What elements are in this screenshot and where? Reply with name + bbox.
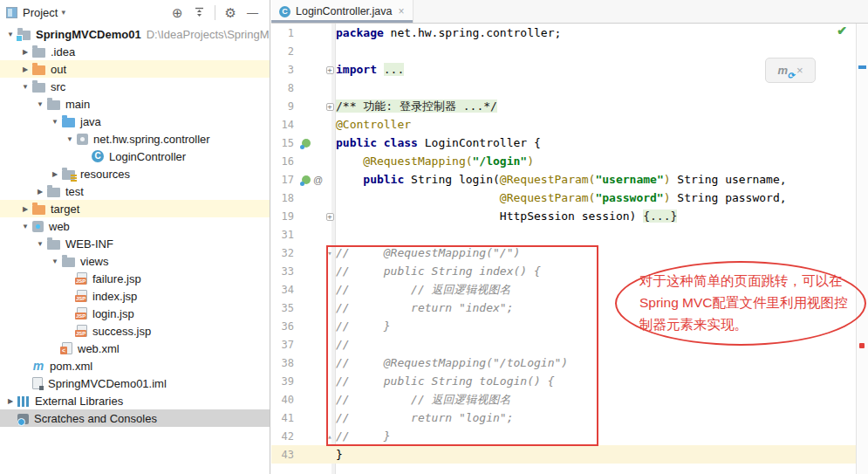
code-line-32[interactable]: 32▾// @RequestMapping("/") <box>271 244 856 262</box>
fold-column: + <box>324 102 336 111</box>
tree-item-net-hw-spring-controller[interactable]: ▼net.hw.spring.controller <box>0 130 270 148</box>
tree-item-label: LoginController <box>109 150 186 163</box>
tree-item-web-xml[interactable]: web.xml <box>0 340 270 357</box>
project-tree: ▼SpringMVCDemo01D:\IdeaProjects\SpringM▶… <box>0 25 270 427</box>
code-line-31[interactable]: 31 <box>271 225 856 244</box>
tree-item-test[interactable]: ▶test <box>0 182 270 200</box>
tree-item-external-libraries[interactable]: ▶External Libraries <box>0 392 270 409</box>
spring-bean-icon[interactable] <box>302 175 311 184</box>
spring-bean-icon[interactable] <box>302 139 311 148</box>
stripe-marker-blue[interactable] <box>858 65 866 69</box>
collapsed-arrow-icon[interactable]: ▶ <box>33 188 47 196</box>
close-tab-icon[interactable]: × <box>399 5 405 17</box>
code-line-42[interactable]: 42▴// } <box>271 427 856 445</box>
expanded-arrow-icon[interactable]: ▼ <box>18 83 32 91</box>
expanded-arrow-icon[interactable]: ▼ <box>63 135 77 143</box>
tree-item--idea[interactable]: ▶.idea <box>0 43 270 60</box>
locate-file-icon[interactable]: ⊕ <box>172 6 183 19</box>
source-folder-icon <box>62 118 75 127</box>
tree-item-views[interactable]: ▼views <box>0 252 270 270</box>
code-line-37[interactable]: 37// <box>271 335 856 354</box>
code-line-35[interactable]: 35// return "index"; <box>271 299 856 317</box>
code-line-43[interactable]: 43} <box>271 445 856 464</box>
tree-item-out[interactable]: ▶out <box>0 60 270 78</box>
collapse-all-icon[interactable] <box>194 6 205 19</box>
code-line-18[interactable]: 18 @RequestParam("password") String pass… <box>271 189 856 207</box>
code-line-14[interactable]: 14@Controller <box>271 115 856 134</box>
tree-item-label: failure.jsp <box>92 272 141 285</box>
tree-item-login-jsp[interactable]: login.jsp <box>0 305 270 322</box>
tree-item-label: web.xml <box>78 342 120 355</box>
code-line-33[interactable]: 33// public String index() { <box>271 262 856 280</box>
code-line-15[interactable]: 15public class LoginController { <box>271 134 856 152</box>
code-text: package net.hw.spring.controller; <box>336 26 561 39</box>
gear-icon[interactable]: ⚙ <box>225 6 236 19</box>
code-line-34[interactable]: 34// // 返回逻辑视图名 <box>271 280 856 299</box>
error-stripe[interactable] <box>856 24 868 474</box>
code-line-39[interactable]: 39// public String toLogin() { <box>271 372 856 390</box>
tree-item-label: .idea <box>51 45 75 58</box>
code-token: ) <box>527 155 534 168</box>
tree-item-main[interactable]: ▼main <box>0 95 270 113</box>
line-number: 14 <box>271 119 296 131</box>
tree-item-index-jsp[interactable]: index.jsp <box>0 287 270 305</box>
code-line-36[interactable]: 36// } <box>271 317 856 335</box>
code-line-1[interactable]: 1package net.hw.spring.controller; <box>271 24 856 42</box>
tree-item-springmvcdemo01-iml[interactable]: SpringMVCDemo01.iml <box>0 374 270 392</box>
code-token <box>336 155 363 168</box>
code-token: public class <box>336 136 418 149</box>
stripe-marker-red[interactable] <box>859 343 865 348</box>
code-line-41[interactable]: 41// return "login"; <box>271 409 856 427</box>
request-mapping-icon[interactable]: @ <box>313 175 323 185</box>
tree-item-label: target <box>51 203 79 216</box>
code-line-9[interactable]: 9+/** 功能: 登录控制器 ...*/ <box>271 97 856 115</box>
tree-item-scratches-and-consoles[interactable]: Scratches and Consoles <box>0 409 270 427</box>
tree-item-target[interactable]: ▶target <box>0 200 270 217</box>
dismiss-popup-icon[interactable]: × <box>796 64 803 77</box>
code-line-19[interactable]: 19+ HttpSession session) {...} <box>271 207 856 225</box>
expanded-arrow-icon[interactable]: ▼ <box>48 258 62 265</box>
tree-item-resources[interactable]: ▶resources <box>0 165 270 182</box>
hide-panel-icon[interactable]: — <box>247 7 258 18</box>
code-text: // return "index"; <box>336 301 514 314</box>
tree-item-label: views <box>80 255 109 268</box>
maven-icon[interactable]: m⟳ <box>777 64 788 77</box>
tab-logincontroller-java[interactable]: C LoginController.java × <box>271 0 413 23</box>
tree-item-label: java <box>80 115 101 128</box>
code-line-40[interactable]: 40// // 返回逻辑视图名 <box>271 390 856 409</box>
folder-icon <box>32 48 45 58</box>
tree-item-success-jsp[interactable]: success.jsp <box>0 322 270 340</box>
project-panel-title[interactable]: Project <box>23 6 58 19</box>
expanded-arrow-icon[interactable]: ▼ <box>18 223 32 230</box>
expanded-arrow-icon[interactable]: ▼ <box>48 118 62 126</box>
tree-item-logincontroller[interactable]: CLoginController <box>0 148 270 165</box>
editor: C LoginController.java × 1package net.hw… <box>271 0 868 474</box>
maven-reimport-popup[interactable]: m⟳ × <box>765 58 816 83</box>
tree-item-java[interactable]: ▼java <box>0 113 270 130</box>
header-divider <box>215 5 215 20</box>
tree-item-web-inf[interactable]: ▼WEB-INF <box>0 235 270 252</box>
tree-item-springmvcdemo01[interactable]: ▼SpringMVCDemo01D:\IdeaProjects\SpringM <box>0 25 270 43</box>
code-line-38[interactable]: 38// @RequestMapping("/toLogin") <box>271 354 856 372</box>
inspection-ok-icon[interactable]: ✔ <box>837 24 847 38</box>
expanded-arrow-icon[interactable]: ▼ <box>33 100 47 108</box>
code-line-17[interactable]: 17@ public String login(@RequestParam("u… <box>271 170 856 189</box>
collapsed-arrow-icon[interactable]: ▶ <box>3 397 17 405</box>
tree-item-failure-jsp[interactable]: failure.jsp <box>0 270 270 287</box>
folder-icon <box>47 188 60 197</box>
collapsed-arrow-icon[interactable]: ▶ <box>18 65 32 73</box>
code-token: String password, <box>671 191 787 204</box>
collapsed-arrow-icon[interactable]: ▶ <box>18 205 32 213</box>
fold-expand-icon[interactable]: + <box>326 66 334 74</box>
collapsed-arrow-icon[interactable]: ▶ <box>18 48 32 56</box>
folder-icon <box>32 83 45 93</box>
collapsed-arrow-icon[interactable]: ▶ <box>48 170 62 178</box>
fold-expand-icon[interactable]: + <box>326 213 334 221</box>
fold-expand-icon[interactable]: + <box>326 103 334 111</box>
code-line-16[interactable]: 16 @RequestMapping("/login") <box>271 152 856 170</box>
chevron-down-icon[interactable]: ▾ <box>61 8 65 17</box>
tree-item-pom-xml[interactable]: mpom.xml <box>0 357 270 374</box>
tree-item-src[interactable]: ▼src <box>0 78 270 95</box>
tree-item-web[interactable]: ▼web <box>0 217 270 235</box>
expanded-arrow-icon[interactable]: ▼ <box>33 240 47 248</box>
